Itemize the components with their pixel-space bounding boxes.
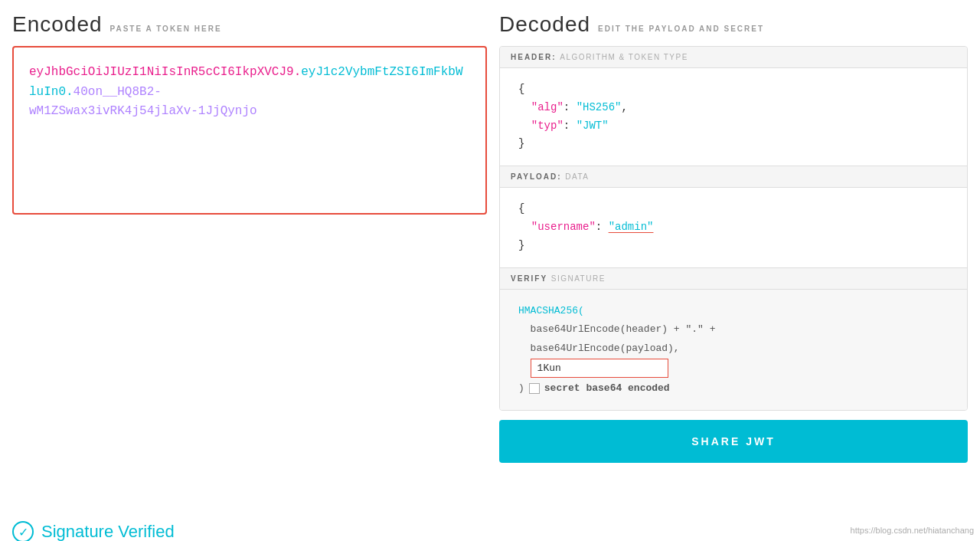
decoded-title: Decoded	[499, 12, 590, 37]
verify-label-sub: SIGNATURE	[551, 274, 606, 283]
secret-input[interactable]	[531, 359, 668, 378]
alg-key: "alg"	[531, 101, 564, 113]
verify-code: HMACSHA256( base64UrlEncode(header) + ".…	[500, 290, 967, 411]
signature-verified-text: Signature Verified	[41, 522, 175, 541]
payload-code[interactable]: { "username": "admin" }	[500, 188, 967, 267]
header-section: HEADER: ALGORITHM & TOKEN TYPE { "alg": …	[500, 47, 967, 166]
encoded-token: eyJhbGciOiJIUzI1NiIsInR5cCI6IkpXVCJ9.eyJ…	[29, 63, 470, 122]
encoded-header: Encoded PASTE A TOKEN HERE	[12, 12, 487, 37]
username-value: "admin"	[609, 221, 654, 233]
typ-value: "JWT"	[577, 120, 609, 132]
signature-verified-area: ✓ Signature Verified	[12, 521, 487, 541]
secret-input-row	[518, 359, 949, 378]
secret-check-row: ) secret base64 encoded	[518, 379, 949, 398]
base64-checkbox[interactable]	[529, 383, 540, 394]
username-key: "username"	[531, 221, 596, 233]
payload-label-sub: DATA	[565, 172, 589, 181]
encoded-title: Encoded	[12, 12, 103, 37]
verify-section: VERIFY SIGNATURE HMACSHA256( base64UrlEn…	[500, 267, 967, 411]
share-jwt-button[interactable]: SHARE JWT	[499, 420, 968, 463]
close-paren: )	[518, 379, 524, 398]
verify-line1: base64UrlEncode(header) + "." +	[518, 320, 949, 339]
left-panel: Encoded PASTE A TOKEN HERE eyJhbGciOiJIU…	[12, 12, 487, 541]
watermark: https://blog.csdn.net/hiatanchang	[851, 526, 974, 535]
header-label: HEADER: ALGORITHM & TOKEN TYPE	[500, 47, 967, 68]
decoded-subtitle: EDIT THE PAYLOAD AND SECRET	[598, 25, 764, 33]
payload-label: PAYLOAD: DATA	[500, 166, 967, 188]
payload-section: PAYLOAD: DATA { "username": "admin" }	[500, 166, 967, 267]
check-circle-icon: ✓	[12, 521, 34, 541]
verify-label: VERIFY SIGNATURE	[500, 268, 967, 290]
decoded-header: Decoded EDIT THE PAYLOAD AND SECRET	[499, 12, 968, 37]
verify-line2: base64UrlEncode(payload),	[518, 339, 949, 359]
decoded-box: HEADER: ALGORITHM & TOKEN TYPE { "alg": …	[499, 46, 968, 411]
encoded-subtitle: PASTE A TOKEN HERE	[110, 25, 222, 33]
verify-func: HMACSHA256(	[518, 305, 584, 316]
right-panel: Decoded EDIT THE PAYLOAD AND SECRET HEAD…	[499, 12, 968, 541]
token-part1: eyJhbGciOiJIUzI1NiIsInR5cCI6IkpXVCJ9.	[29, 65, 301, 79]
encoded-box[interactable]: eyJhbGciOiJIUzI1NiIsInR5cCI6IkpXVCJ9.eyJ…	[12, 46, 487, 215]
header-code[interactable]: { "alg": "HS256", "typ": "JWT" }	[500, 68, 967, 166]
verify-func-line: HMACSHA256(	[518, 302, 949, 321]
alg-value: "HS256"	[577, 101, 622, 113]
base64-label: secret base64 encoded	[544, 379, 670, 398]
typ-key: "typ"	[531, 120, 564, 132]
header-label-sub: ALGORITHM & TOKEN TYPE	[560, 53, 688, 61]
